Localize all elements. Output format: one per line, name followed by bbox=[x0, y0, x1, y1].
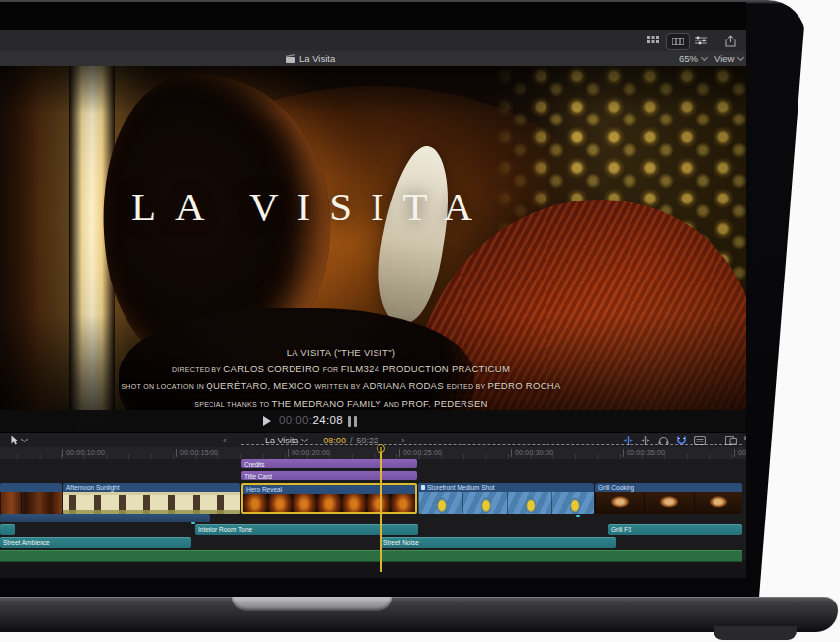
clip-title: Title Card bbox=[241, 471, 417, 480]
laptop-lid-notch bbox=[232, 597, 392, 611]
timeline-clip-hero-reveal[interactable]: Hero Reveal bbox=[241, 483, 417, 514]
edit-marker bbox=[576, 515, 580, 517]
clip-filmstrip-thumbnails bbox=[63, 492, 240, 514]
timeline-clip[interactable] bbox=[0, 514, 210, 522]
clip-title: Interior Room Tone bbox=[195, 524, 418, 533]
clip-filmstrip-thumbnails bbox=[595, 492, 742, 514]
timeline-clip[interactable] bbox=[0, 483, 62, 514]
edit-marker bbox=[191, 522, 195, 524]
timeline-clip-grill-fx[interactable]: Grill FX bbox=[608, 524, 742, 535]
timeline-clip-title-card[interactable]: Title Card bbox=[241, 471, 417, 480]
timeline-clip-credits[interactable]: Credits bbox=[241, 459, 417, 468]
clip-filmstrip-thumbnails bbox=[0, 492, 62, 514]
playhead[interactable] bbox=[380, 447, 382, 572]
timeline-clip-afternoon-sunlight[interactable]: Afternoon Sunlight bbox=[63, 483, 240, 514]
clip-title: Hero Reveal bbox=[243, 485, 415, 494]
clip-title: Storefront Medium Shot bbox=[418, 483, 594, 492]
laptop-foot bbox=[714, 626, 797, 640]
screen-content: La Visita 65% View LA VISITA LA VISITA (… bbox=[0, 2, 746, 578]
laptop-base bbox=[0, 597, 838, 632]
clip-title: Grill Cooking bbox=[595, 483, 742, 492]
playhead-handle[interactable] bbox=[377, 444, 385, 453]
timeline-clip[interactable] bbox=[0, 550, 742, 562]
timeline-clip-street-ambience[interactable]: Street Ambience bbox=[0, 537, 191, 548]
timeline-clip[interactable] bbox=[0, 524, 15, 535]
clip-filmstrip-thumbnails bbox=[418, 492, 594, 514]
timeline-clip-interior-room-tone[interactable]: Interior Room Tone bbox=[195, 524, 418, 535]
clip-title: Street Ambience bbox=[0, 537, 191, 546]
clip-title: Grill FX bbox=[608, 524, 742, 533]
timeline-clip-storefront-medium-shot[interactable]: Storefront Medium Shot bbox=[418, 483, 594, 514]
clip-title bbox=[0, 483, 62, 492]
clip-title: Street Noise bbox=[380, 537, 616, 546]
timeline-tracks: CreditsTitle CardAfternoon SunlightHero … bbox=[0, 2, 746, 578]
clip-title: Credits bbox=[241, 459, 417, 468]
timeline-clip-grill-cooking[interactable]: Grill Cooking bbox=[595, 483, 742, 514]
clip-filmstrip-thumbnails bbox=[243, 494, 415, 512]
timeline-clip-street-noise[interactable]: Street Noise bbox=[380, 537, 616, 548]
clip-title: Afternoon Sunlight bbox=[63, 483, 240, 492]
clip-media-icon bbox=[421, 485, 425, 490]
